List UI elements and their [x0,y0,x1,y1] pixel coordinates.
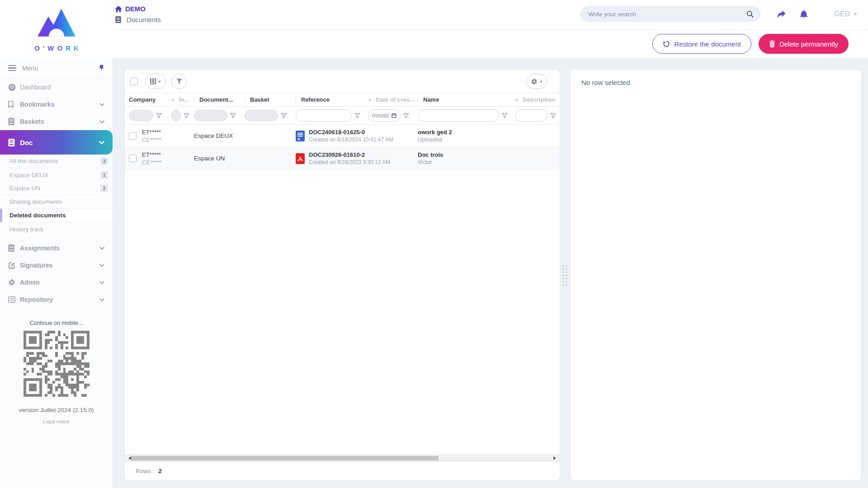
column-header-date[interactable]: Date of crea... [368,96,418,103]
name-filter-input[interactable] [418,109,499,122]
grid-settings-button[interactable] [526,74,547,89]
company-filter-input[interactable] [129,110,153,121]
scroll-right-icon[interactable] [553,456,558,460]
sidebar-item-sharing-documents[interactable]: Sharing documents [0,195,113,209]
sidebar-item-label: Bookmarks [20,101,54,108]
funnel-icon[interactable] [184,113,189,118]
search-icon[interactable] [746,10,754,18]
pin-sidebar-icon[interactable] [99,65,104,71]
bookmark-icon [8,101,20,108]
chevron-down-icon [99,141,104,144]
description-filter-input[interactable] [515,109,547,122]
column-header-description[interactable]: Description [515,96,560,103]
gear-icon [531,78,538,85]
column-header-basket[interactable]: Basket [245,96,296,103]
qr-code [24,331,90,397]
date-filter-input[interactable]: mm/dd. [368,109,401,122]
chevron-down-icon [99,120,104,123]
home-icon [115,6,122,12]
column-header-document[interactable]: Document... [194,96,245,103]
sidebar-item-admin[interactable]: Admin [0,274,113,291]
funnel-icon[interactable] [550,113,556,118]
sidebar-item-all-documents[interactable]: All the documents 3 [0,155,113,168]
search-input[interactable] [588,11,746,18]
repository-list-icon [8,296,20,303]
filter-builder-button[interactable] [171,74,187,89]
column-expand-arrow-icon[interactable] [516,98,519,102]
chevron-down-icon [99,264,104,267]
legal-notice-link[interactable]: Legal notice [0,419,113,424]
brand-name: O'WORK [31,44,82,52]
mobile-continue-block: Continue on mobile... version Juillet 20… [0,320,113,424]
funnel-icon[interactable] [281,113,287,118]
sidebar-item-label: Repository [20,296,53,303]
chevron-down-icon [854,13,857,17]
environment-name: DEMO [125,5,146,13]
sidebar-item-espace-deux[interactable]: Espace DEUX 1 [0,168,113,182]
column-header-company[interactable]: Company [129,96,171,103]
sidebar-item-bookmarks[interactable]: Bookmarks [0,96,113,113]
hamburger-menu-icon[interactable] [8,65,16,71]
row-checkbox[interactable] [129,155,137,162]
document-icon [115,16,121,23]
sidebar-item-dashboard[interactable]: Dashboard [0,79,113,96]
funnel-icon[interactable] [156,113,162,118]
chevron-down-icon [158,81,161,84]
notifications-bell-icon[interactable] [800,10,808,19]
sidebar-item-assignments[interactable]: Assignments [0,239,113,257]
sidebar-item-signatures[interactable]: Signatures [0,257,113,274]
column-header-reference[interactable]: Reference [296,96,368,103]
chevron-down-icon [99,103,104,106]
select-all-checkbox[interactable] [130,78,138,85]
in-filter-input[interactable] [171,110,181,121]
document-reference-link[interactable]: DOC240618-01625-0 [309,129,393,136]
share-icon[interactable] [777,10,786,18]
funnel-icon[interactable] [230,113,236,118]
sidebar-item-deleted-documents[interactable]: Deleted documents [0,209,113,222]
empty-selection-text: No row selected [581,79,630,86]
row-count: 2 [158,468,162,474]
delete-permanently-button[interactable]: Delete permanently [759,34,849,54]
table-row[interactable]: ET***** CE***** Espace UN DOC230926-0161… [125,147,560,170]
funnel-icon[interactable] [502,113,508,118]
top-bar: O'WORK DEMO Documents [0,0,868,58]
trash-icon [769,40,775,47]
table-row[interactable]: ET***** CE***** Espace DEUX w DOC240618-… [125,125,560,147]
drag-dots-icon [563,265,567,286]
sidebar: Menu Dashboard Bookmarks B [0,58,113,488]
column-chooser-button[interactable] [145,74,166,89]
restore-document-button[interactable]: Restore the document [652,34,751,54]
user-menu[interactable]: GED [834,10,857,18]
document-filter-input[interactable] [194,110,227,121]
row-checkbox[interactable] [129,132,137,140]
reference-filter-input[interactable] [296,109,352,122]
calendar-icon[interactable] [392,113,396,118]
count-badge: 1 [100,171,108,179]
sidebar-item-repository[interactable]: Repository [0,291,113,308]
scrollbar-thumb[interactable] [131,456,439,460]
funnel-icon[interactable] [403,113,409,118]
dashboard-gauge-icon [8,84,20,91]
document-reference-link[interactable]: DOC230926-01610-2 [309,151,390,158]
sidebar-item-espace-un[interactable]: Espace UN 2 [0,182,113,195]
sidebar-item-history-track[interactable]: History track [0,222,113,236]
sidebar-item-doc-active[interactable]: Doc [0,130,113,155]
menu-label: Menu [22,65,38,72]
sidebar-item-baskets[interactable]: Baskets [0,113,113,130]
app-root: O'WORK DEMO Documents [0,0,868,488]
column-header-in[interactable]: In... [171,96,194,103]
funnel-icon[interactable] [354,113,360,118]
column-header-name[interactable]: Name [418,96,515,103]
column-expand-arrow-icon[interactable] [172,98,175,102]
horizontal-scrollbar[interactable] [125,455,560,461]
basket-filter-input[interactable] [245,110,278,121]
word-file-icon: w [296,131,305,141]
table-header-row: Company In... Document... Basket Referen… [125,93,560,107]
scroll-left-icon[interactable] [127,456,131,460]
user-menu-label: GED [834,10,850,18]
global-search[interactable] [580,6,760,22]
basket-book-icon [8,118,20,125]
column-expand-arrow-icon[interactable] [369,98,372,102]
sidebar-item-label: Assignments [20,244,60,252]
panel-resizer-handle[interactable] [560,70,571,480]
